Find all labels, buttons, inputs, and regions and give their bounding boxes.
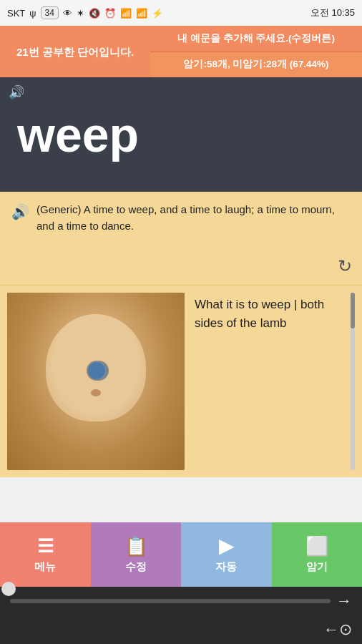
play-icon: ▶ <box>219 535 233 557</box>
definition-sound-icon[interactable]: 🔊 <box>11 203 29 220</box>
eye-icon: 👁 <box>63 8 72 19</box>
definition-row: 🔊 (Generic) A time to weep, and a time t… <box>11 202 351 234</box>
progress-bar-area: → <box>0 587 362 615</box>
menu-label: 메뉴 <box>34 560 56 574</box>
edit-icon: 📋 <box>124 535 147 557</box>
scrollbar[interactable] <box>351 293 355 470</box>
study-count-label: 21번 공부한 단어입니다. <box>0 26 150 77</box>
edit-label: 수정 <box>125 560 147 574</box>
baby-nose <box>91 389 101 396</box>
forward-arrow[interactable]: → <box>336 592 352 610</box>
memo-label: 암기 <box>306 560 328 574</box>
wifi-icon: 📶 <box>120 8 132 19</box>
status-bar: SKT ψ 34 👁 ✶ 🔇 ⏰ 📶 📶 ⚡ 오전 10:35 <box>0 0 362 26</box>
definition-area: 🔊 (Generic) A time to weep, and a time t… <box>0 192 362 285</box>
edit-button[interactable]: 📋 수정 <box>91 522 182 587</box>
image-thumbnail <box>7 293 185 470</box>
auto-label: 자동 <box>215 560 237 574</box>
definition-text: (Generic) A time to weep, and a time to … <box>36 202 351 234</box>
carrier-label: SKT <box>7 8 25 19</box>
menu-icon: ☰ <box>37 535 54 557</box>
auto-button[interactable]: ▶ 자동 <box>181 522 272 587</box>
status-right: 오전 10:35 <box>310 6 355 19</box>
top-bar: 21번 공부한 단어입니다. 내 예문을 추가해 주세요.(수정버튼) 암기:5… <box>0 26 362 77</box>
time-display: 오전 10:35 <box>310 6 355 19</box>
menu-button[interactable]: ☰ 메뉴 <box>0 522 91 587</box>
top-right-info: 내 예문을 추가해 주세요.(수정버튼) 암기:58개, 미암기:28개 (67… <box>150 26 362 77</box>
bottom-nav: ☰ 메뉴 📋 수정 ▶ 자동 ⬜ 암기 <box>0 522 362 587</box>
status-left: SKT ψ 34 👁 ✶ 🔇 ⏰ 📶 📶 ⚡ <box>7 6 163 19</box>
return-arrow[interactable]: ←⊙ <box>323 620 352 639</box>
signal-icon: 📶 <box>136 8 147 19</box>
baby-background <box>7 293 185 470</box>
progress-thumb <box>1 582 16 596</box>
notification-badge: 34 <box>41 6 59 19</box>
battery-icon: ⚡ <box>152 8 163 19</box>
memo-icon: ⬜ <box>305 535 328 557</box>
usb-icon: ψ <box>29 8 36 19</box>
baby-eye-right <box>87 361 107 381</box>
main-word: weep <box>11 107 139 162</box>
alarm-icon: ⏰ <box>104 8 116 19</box>
bluetooth-icon: ✶ <box>77 8 84 19</box>
mute-icon: 🔇 <box>89 8 100 19</box>
word-area: 🔊 weep <box>0 77 362 192</box>
memory-stats: 암기:58개, 미암기:28개 (67.44%) <box>150 52 362 78</box>
add-example-button[interactable]: 내 예문을 추가해 주세요.(수정버튼) <box>150 26 362 52</box>
word-sound-icon[interactable]: 🔊 <box>9 84 24 100</box>
image-caption: What it is to weep | both sides of the l… <box>195 293 341 332</box>
baby-face <box>46 314 146 421</box>
image-area: What it is to weep | both sides of the l… <box>0 285 362 477</box>
refresh-button[interactable]: ↻ <box>338 256 352 276</box>
progress-track[interactable] <box>10 599 331 603</box>
return-bar: ←⊙ <box>0 615 362 644</box>
scrollbar-thumb[interactable] <box>351 293 355 328</box>
memo-button[interactable]: ⬜ 암기 <box>272 522 363 587</box>
